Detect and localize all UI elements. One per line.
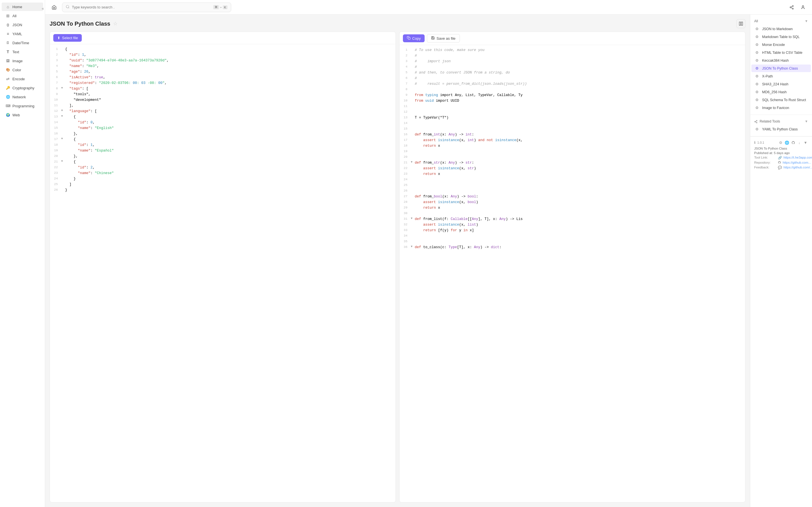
sidebar-item-cryptography[interactable]: 🔑 Cryptography	[2, 83, 43, 92]
line-content: # and then, to convert JSON from a strin…	[415, 70, 745, 75]
line-number: 21	[50, 159, 61, 165]
line-arrow: ▼	[411, 244, 415, 249]
line-content: from typing import Any, List, TypeVar, C…	[415, 93, 745, 98]
github-icon[interactable]	[791, 140, 796, 145]
home-button[interactable]	[50, 3, 59, 12]
sidebar-item-all[interactable]: ⊞ All	[2, 11, 43, 20]
code-line: 24	[400, 177, 745, 182]
sidebar-item-datetime[interactable]: 🗓 Date/Time	[2, 39, 43, 47]
crypto-icon: 🔑	[6, 86, 10, 90]
line-arrow: ▼	[61, 86, 65, 91]
page-title: JSON To Python Class	[50, 20, 110, 27]
line-number: 22	[50, 165, 61, 170]
line-number: 7	[400, 81, 411, 87]
line-number: 16	[50, 131, 61, 136]
line-content: "uuid": "3d877494-e7d4-48e3-aa7a-164373a…	[65, 58, 396, 63]
feedback-label: Feedback:	[754, 166, 777, 170]
code-line: 17▼ {	[50, 136, 396, 142]
repo-link[interactable]: https://github.com...	[783, 161, 811, 165]
json-input-editor[interactable]: 1{2 "id": 1,3 "uuid": "3d877494-e7d4-48e…	[50, 44, 396, 502]
tool-link[interactable]: https://t.he3app.com...	[783, 156, 812, 160]
favorite-button[interactable]: ☆	[113, 20, 117, 27]
sidebar-item-label: Text	[12, 50, 19, 54]
rs-item-keccak[interactable]: ⚙ Keccak384 Hash	[751, 57, 811, 64]
rs-item-html-csv[interactable]: ⚙ HTML Table to CSV Table	[751, 49, 811, 56]
code-line: 10from uuid import UUID	[400, 98, 745, 104]
sidebar-item-programming[interactable]: ⌨ Programming	[2, 102, 43, 110]
account-button[interactable]	[799, 3, 808, 12]
code-line: 30	[400, 211, 745, 216]
svg-point-12	[756, 122, 757, 123]
sidebar-item-text[interactable]: T Text	[2, 48, 43, 56]
code-line: 2 "id": 1,	[50, 52, 396, 58]
code-line: 26}	[50, 187, 396, 193]
line-content: from uuid import UUID	[415, 98, 745, 104]
all-label: All	[754, 19, 758, 23]
search-bar[interactable]: ⌘ + K	[62, 3, 231, 12]
line-content: }	[65, 187, 396, 193]
python-output-editor[interactable]: 1# To use this code, make sure you2#3# i…	[400, 45, 745, 502]
layout-toggle-button[interactable]	[737, 19, 746, 28]
input-panel: ⬆ Select file 1{2 "id": 1,3 "uuid": "3d8…	[50, 32, 396, 503]
rs-item-sql-rust[interactable]: ⚙ SQL Schema To Rust Struct	[751, 96, 811, 104]
json-icon: {}	[6, 22, 10, 27]
version-row: ℹ 1.0.1 ⚙ 🌐 ↓ ▼	[754, 140, 808, 145]
save-file-button[interactable]: Save as file	[427, 34, 460, 43]
line-content: def from_int(x: Any) -> int:	[415, 132, 745, 137]
line-number: 21	[400, 160, 411, 165]
tool-icon: ⚙	[755, 82, 760, 86]
line-arrow: ▼	[411, 160, 415, 165]
rs-item-sha3[interactable]: ⚙ SHA3_224 Hash	[751, 80, 811, 88]
sidebar-item-yaml[interactable]: ≡ YAML	[2, 30, 43, 38]
globe-icon[interactable]: 🌐	[784, 140, 790, 145]
line-number: 8	[50, 86, 61, 91]
line-number: 17	[400, 137, 411, 143]
rs-related-yaml-python[interactable]: ⚙ YAML To Python Class	[751, 125, 811, 133]
code-line: 8▼ "tags": [	[50, 86, 396, 92]
line-number: 23	[400, 171, 411, 177]
sidebar-item-image[interactable]: 🖼 Image	[2, 57, 43, 65]
code-line: 12▼ "language": [	[50, 108, 396, 114]
rs-item-img-favicon[interactable]: ⚙ Image to Favicon	[751, 104, 811, 112]
sidebar-item-json[interactable]: {} JSON	[2, 20, 43, 29]
line-number: 7	[50, 80, 61, 86]
version-section: ℹ 1.0.1 ⚙ 🌐 ↓ ▼ JS	[750, 136, 812, 174]
sidebar-item-home[interactable]: ⌂ Home	[2, 3, 43, 11]
line-content: "id": 2,	[65, 165, 396, 170]
line-arrow: ▼	[61, 114, 65, 119]
rs-item-markdown-sql[interactable]: ⚙ Markdown Table to SQL	[751, 33, 811, 41]
expand-icon[interactable]: ▼	[803, 140, 808, 145]
rs-item-morse[interactable]: ⚙ Morse Encode	[751, 41, 811, 48]
settings-icon[interactable]: ⚙	[778, 140, 783, 145]
select-file-button[interactable]: ⬆ Select file	[53, 34, 82, 42]
sidebar-item-encode[interactable]: ⇄ Encode	[2, 75, 43, 83]
tool-icon: ⚙	[755, 90, 760, 94]
line-number: 34	[400, 233, 411, 238]
code-line: 29 return x	[400, 205, 745, 211]
line-number: 15	[400, 126, 411, 131]
line-content: "name": "Chinese"	[65, 170, 396, 176]
search-input[interactable]	[72, 5, 211, 9]
download-icon[interactable]: ↓	[797, 140, 802, 145]
collapse-button[interactable]: «	[40, 5, 46, 12]
tool-icon: ⚙	[755, 27, 760, 31]
tool-link-label: Tool Link:	[754, 156, 777, 160]
code-line: 25	[400, 182, 745, 188]
sidebar-item-web[interactable]: 🌍 Web	[2, 111, 43, 119]
rs-item-md6[interactable]: ⚙ MD6_256 Hash	[751, 88, 811, 96]
code-line: 18 return x	[400, 143, 745, 149]
code-line: 7# result = person_from_dict(json.loads(…	[400, 81, 745, 87]
line-number: 1	[400, 47, 411, 53]
rs-item-xpath[interactable]: ⚙ X-Path	[751, 72, 811, 80]
feedback-row: Feedback: 💬 https://github.com/...	[754, 166, 808, 170]
rs-item-label: Morse Encode	[762, 43, 785, 47]
share-button[interactable]	[787, 3, 796, 12]
sidebar-item-color[interactable]: 🎨 Color	[2, 66, 43, 74]
rs-item-json-python[interactable]: ⚙ JSON To Python Class	[751, 64, 811, 72]
feedback-link[interactable]: https://github.com/...	[783, 166, 812, 170]
sidebar-item-label: Image	[12, 59, 22, 63]
line-content: "tools",	[65, 92, 396, 97]
copy-button[interactable]: Copy	[403, 34, 424, 42]
rs-item-json-markdown[interactable]: ⚙ JSON to Markdown	[751, 25, 811, 33]
sidebar-item-network[interactable]: 🌐 Network	[2, 93, 43, 101]
